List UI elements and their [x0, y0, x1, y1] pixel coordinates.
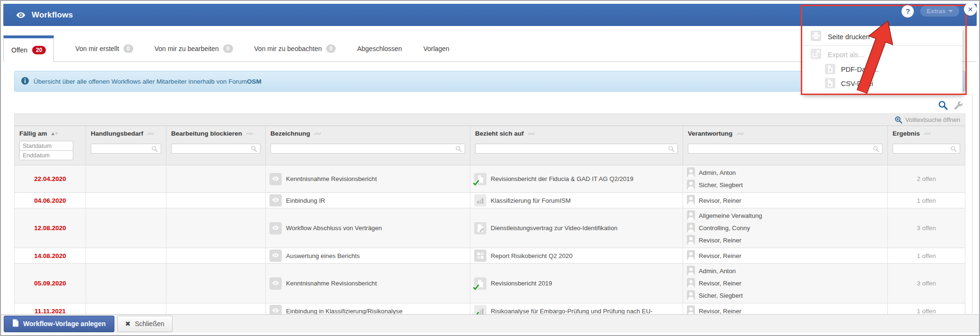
person-name: Revisor, Reiner	[699, 308, 741, 315]
due-date: 22.04.2020	[14, 165, 86, 192]
related-item-label: Risikoanalyse für Embargo-Prüfung und Pr…	[491, 308, 652, 315]
table-row[interactable]: 04.06.2020 Einbindung IR Klassifizierung…	[14, 193, 965, 208]
person-name: Allgemeine Verwaltung	[699, 212, 762, 219]
related-item-cell: Revisionsbericht der Fiducia & GAD IT AG…	[470, 165, 683, 192]
result-count: 1 offen	[888, 248, 965, 263]
due-date: 14.08.2020	[14, 248, 86, 263]
related-item-label: Revisionsbericht der Fiducia & GAD IT AG…	[491, 175, 633, 182]
bearbeitung-filter-input[interactable]	[171, 144, 260, 154]
menu-item-export-als[interactable]: Export als...	[802, 47, 963, 62]
startdatum-input[interactable]	[19, 141, 73, 151]
check-icon	[473, 284, 479, 292]
menu-item-print[interactable]: Seite drucken	[802, 29, 963, 44]
workflow-name: Einbindung IR	[286, 197, 325, 204]
help-button[interactable]: ?	[902, 5, 914, 17]
handlungsbedarf-cell	[86, 208, 166, 248]
workflow-name: Auswertung eines Berichts	[286, 252, 360, 259]
table-row[interactable]: 05.09.2020 Kenntnisnahme Revisionsberich…	[14, 264, 965, 303]
person: Allgemeine Verwaltung	[687, 210, 762, 222]
handlungsbedarf-cell	[86, 193, 166, 208]
person: Revisor, Reiner	[687, 234, 741, 246]
handlungsbedarf-filter-input[interactable]	[91, 144, 161, 154]
tab-offen[interactable]: Offen 20	[3, 35, 54, 62]
menu-item-csv[interactable]: x CSV-Datei	[802, 77, 963, 91]
person-icon	[687, 223, 695, 234]
related-item-label: Klassifizierung für ForumISM	[491, 197, 571, 204]
workflow-name-cell: Auswertung eines Berichts	[266, 248, 470, 263]
tab-von-mir-zu-beobachten[interactable]: Von mir zu beobachten 0	[254, 44, 336, 53]
responsibility-cell: Revisor, Reiner	[683, 303, 888, 314]
person-name: Sicher, Siegbert	[699, 292, 743, 299]
workflow-name-cell: Einbindung IR	[266, 193, 470, 208]
menu-item-pdf[interactable]: PDF-Datei...	[802, 62, 963, 77]
person-name: Revisor, Reiner	[699, 237, 741, 244]
bearbeitung-cell	[166, 264, 266, 303]
tab-von-mir-zu-bearbeiten[interactable]: Von mir zu bearbeiten 0	[155, 44, 233, 53]
csv-file-icon: x	[825, 78, 835, 90]
person: Controlling, Conny	[687, 222, 750, 234]
bezeichnung-filter-input[interactable]	[270, 144, 465, 154]
table-row[interactable]: 12.08.2020 Workflow Abschluss von Verträ…	[14, 208, 965, 248]
workflow-name: Kenntnisnahme Revisionsbericht	[286, 175, 377, 182]
person: Revisor, Reiner	[687, 250, 741, 262]
search-icon[interactable]	[938, 100, 948, 110]
workflows-table: Fällig am Handlungsbedarf Bearbeitung bl…	[14, 126, 965, 314]
tab-vorlagen[interactable]: Vorlagen	[423, 45, 449, 52]
related-item-label: Dienstleistungsvertrag zur Video-Identif…	[491, 224, 617, 232]
fulltext-search-link[interactable]: Volltextsuche öffnen	[905, 116, 960, 123]
result-count: 1 offen	[888, 303, 965, 314]
person-icon	[687, 290, 695, 302]
sort-icon	[736, 130, 744, 137]
close-window-button[interactable]: ✕	[964, 3, 977, 16]
table-row[interactable]: 14.08.2020 Auswertung eines Berichts Rep…	[14, 248, 965, 264]
bearbeitung-cell	[166, 165, 266, 192]
wrench-icon[interactable]	[954, 101, 963, 110]
sort-icon	[313, 130, 321, 137]
person-name: Revisor, Reiner	[699, 197, 741, 204]
person: Sicher, Siegbert	[687, 290, 743, 302]
person-name: Revisor, Reiner	[699, 280, 741, 287]
tab-von-mir-erstellt[interactable]: Von mir erstellt 0	[75, 44, 133, 53]
responsibility-cell: Revisor, Reiner	[683, 193, 888, 208]
workflow-name-cell: Kenntnisnahme Revisionsbericht	[266, 165, 470, 192]
person-icon	[687, 278, 695, 289]
due-date: 04.06.2020	[14, 193, 86, 208]
pdf-file-icon	[825, 64, 835, 76]
verantwortung-filter-input[interactable]	[688, 144, 883, 154]
person: Revisor, Reiner	[687, 195, 741, 207]
tab-abgeschlossen[interactable]: Abgeschlossen	[357, 45, 402, 52]
related-item-cell: Report Risikobericht Q2 2020	[470, 248, 683, 263]
workflow-eye-icon	[269, 173, 282, 185]
contract-icon	[474, 222, 486, 234]
table-row[interactable]: 22.04.2020 Kenntnisnahme Revisionsberich…	[14, 165, 965, 193]
bezieht-filter-input[interactable]	[475, 144, 678, 154]
create-workflow-template-button[interactable]: Workflow-Vorlage anlegen	[4, 316, 114, 332]
workflow-eye-icon	[269, 250, 282, 262]
close-button[interactable]: ✖ Schließen	[117, 316, 173, 332]
ergebnis-filter-input[interactable]	[893, 144, 960, 154]
column-bezieht-sich-auf: Bezieht sich auf	[470, 126, 683, 165]
zoom-plus-icon[interactable]	[894, 116, 902, 124]
enddatum-input[interactable]	[19, 150, 73, 160]
page-icon	[12, 319, 19, 328]
svg-text:x: x	[829, 82, 831, 86]
menu-separator	[802, 45, 963, 46]
person-icon	[687, 210, 695, 222]
handlungsbedarf-cell	[86, 303, 166, 314]
person-icon	[687, 235, 695, 246]
count-badge: 0	[326, 44, 336, 53]
table-row[interactable]: 11.11.2021 Einbindung in Klassifizierung…	[14, 303, 965, 314]
person-icon	[687, 195, 695, 206]
bearbeitung-cell	[166, 248, 266, 263]
window-title: Workflows	[32, 10, 73, 20]
person: Revisor, Reiner	[687, 305, 741, 315]
chart-icon	[474, 305, 486, 314]
bearbeitung-cell	[166, 208, 266, 248]
workflow-eye-icon	[269, 194, 282, 207]
document-icon	[474, 277, 486, 290]
due-date: 11.11.2021	[14, 303, 86, 314]
workflow-name-cell: Einbindung in Klassifizierung/Risikonaly…	[266, 303, 470, 314]
sort-icon	[527, 130, 535, 137]
column-faellig-am: Fällig am	[14, 126, 86, 165]
extras-button[interactable]: Extras	[920, 6, 959, 17]
